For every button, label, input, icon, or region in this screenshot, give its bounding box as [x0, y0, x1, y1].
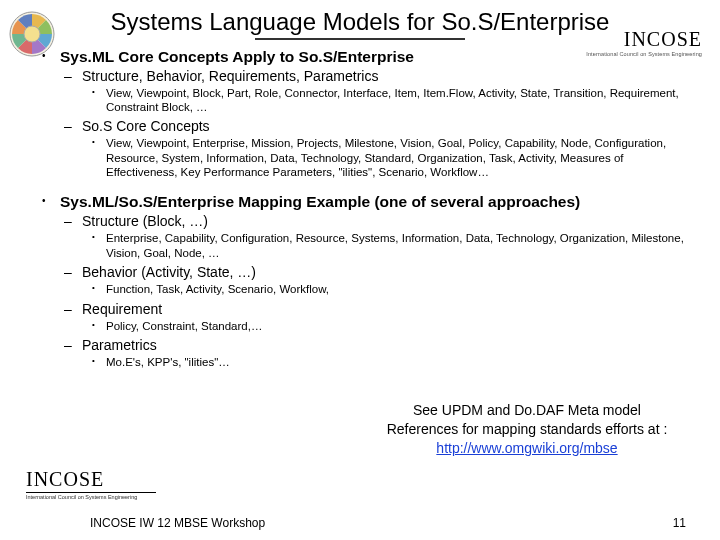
incose-logo-bottom: INCOSE International Council on Systems …: [26, 468, 156, 501]
list-item: Structure, Behavior, Requirements, Param…: [82, 68, 378, 84]
aside-line1: See UPDM and Do.DAF Meta model: [413, 402, 641, 418]
list-item: Structure (Block, …): [82, 213, 208, 229]
slide-title: Systems Language Models for So.S/Enterpr…: [90, 8, 630, 36]
list-item: Mo.E's, KPP's, "ilities"…: [82, 355, 690, 369]
svg-point-1: [24, 26, 40, 42]
aside-link[interactable]: http://www.omgwiki.org/mbse: [436, 440, 617, 456]
list-item: So.S Core Concepts: [82, 118, 210, 134]
list-item: Enterprise, Capability, Configuration, R…: [82, 231, 690, 260]
slide: Systems Language Models for So.S/Enterpr…: [0, 0, 720, 540]
aside-note: See UPDM and Do.DAF Meta model Reference…: [372, 401, 682, 458]
title-underline: [255, 38, 465, 40]
content-body: Sys.ML Core Concepts Apply to So.S/Enter…: [30, 48, 690, 370]
logo-tagline: International Council on Systems Enginee…: [26, 494, 156, 500]
list-item: Behavior (Activity, State, …): [82, 264, 256, 280]
section-heading: Sys.ML/So.S/Enterprise Mapping Example (…: [60, 193, 690, 211]
page-number: 11: [673, 516, 686, 530]
list-item: View, Viewpoint, Block, Part, Role, Conn…: [82, 86, 690, 115]
list-item: Parametrics: [82, 337, 157, 353]
list-item: Function, Task, Activity, Scenario, Work…: [82, 282, 690, 296]
footer: INCOSE IW 12 MBSE Workshop 11: [0, 516, 720, 530]
footer-left: INCOSE IW 12 MBSE Workshop: [90, 516, 265, 530]
list-item: View, Viewpoint, Enterprise, Mission, Pr…: [82, 136, 690, 179]
section-heading: Sys.ML Core Concepts Apply to So.S/Enter…: [60, 48, 690, 66]
list-item: Policy, Constraint, Standard,…: [82, 319, 690, 333]
logo-brand: INCOSE: [26, 468, 156, 491]
aside-line2: References for mapping standards efforts…: [387, 421, 668, 437]
list-item: Requirement: [82, 301, 162, 317]
